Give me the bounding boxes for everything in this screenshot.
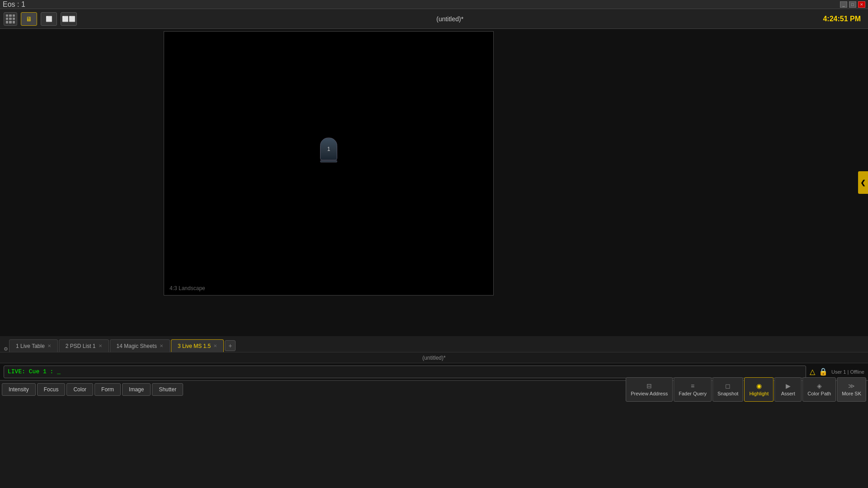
stage-label: 4:3 Landscape bbox=[170, 285, 205, 291]
snapshot-button[interactable]: ◻ Snapshot bbox=[712, 377, 743, 402]
status-title: (untitled)* bbox=[422, 355, 445, 361]
close-button[interactable]: ✕ bbox=[858, 1, 865, 8]
tab-live-table-label: 1 Live Table bbox=[16, 343, 45, 349]
snapshot-label: Snapshot bbox=[717, 391, 738, 396]
preview-address-label: Preview Address bbox=[631, 391, 668, 396]
focus-button[interactable]: Focus bbox=[37, 383, 66, 396]
highlight-button[interactable]: ◉ Highlight bbox=[744, 377, 774, 402]
intensity-button[interactable]: Intensity bbox=[2, 383, 36, 396]
image-button[interactable]: Image bbox=[122, 383, 151, 396]
title-bar: Eos : 1 _ □ ✕ bbox=[0, 0, 868, 9]
tab-magic-sheets[interactable]: 14 Magic Sheets ✕ bbox=[110, 339, 170, 352]
preview-address-button[interactable]: ⊟ Preview Address bbox=[626, 377, 673, 402]
restore-button[interactable]: □ bbox=[849, 1, 856, 8]
color-path-button[interactable]: ◈ Color Path bbox=[802, 377, 836, 402]
assert-button[interactable]: ▶ Assert bbox=[774, 377, 802, 402]
status-bar: (untitled)* bbox=[0, 352, 868, 363]
layout-single-icon: ⬜ bbox=[46, 16, 52, 22]
fixture-number: 1 bbox=[327, 145, 330, 152]
highlight-label: Highlight bbox=[749, 391, 769, 396]
assert-icon: ▶ bbox=[786, 382, 791, 389]
stage-view: 1 4:3 Landscape bbox=[164, 31, 494, 296]
minimize-button[interactable]: _ bbox=[840, 1, 847, 8]
chevron-left-icon: ❮ bbox=[860, 179, 866, 186]
grid-menu-button[interactable] bbox=[4, 12, 17, 26]
fader-query-label: Fader Query bbox=[679, 391, 707, 396]
tab-live-ms-close[interactable]: ✕ bbox=[213, 343, 217, 348]
layout-split-icon: ⬜⬜ bbox=[62, 16, 75, 22]
assert-label: Assert bbox=[781, 391, 795, 396]
color-path-label: Color Path bbox=[807, 391, 831, 396]
monitor-button[interactable]: 🖥 bbox=[21, 12, 37, 26]
action-buttons-group: ⊟ Preview Address ≡ Fader Query ◻ Snapsh… bbox=[626, 377, 866, 402]
window-title: (untitled)* bbox=[80, 15, 819, 23]
app-title: Eos : 1 bbox=[3, 0, 25, 9]
tab-live-table-close[interactable]: ✕ bbox=[47, 343, 51, 348]
right-panel-toggle[interactable]: ❮ bbox=[858, 171, 868, 194]
fixture-base bbox=[320, 160, 337, 163]
more-sk-icon: ≫ bbox=[848, 382, 855, 389]
tab-psd-list-label: 2 PSD List 1 bbox=[66, 343, 96, 349]
user-status: User 1 | Offline bbox=[831, 369, 864, 375]
clock-display: 4:24:51 PM bbox=[823, 15, 861, 23]
color-button[interactable]: Color bbox=[66, 383, 93, 396]
tab-live-ms-label: 3 Live MS 1.5 bbox=[178, 343, 211, 349]
layout-split-button[interactable]: ⬜⬜ bbox=[61, 12, 77, 26]
tab-psd-list-close[interactable]: ✕ bbox=[99, 343, 102, 348]
bottom-toolbar: Intensity Focus Color Form Image Shutter… bbox=[0, 380, 868, 398]
fader-query-icon: ≡ bbox=[691, 382, 694, 389]
main-toolbar: 🖥 ⬜ ⬜⬜ (untitled)* 4:24:51 PM bbox=[0, 9, 868, 29]
lock-icon: 🔒 bbox=[819, 367, 828, 376]
layout-single-button[interactable]: ⬜ bbox=[41, 12, 57, 26]
highlight-icon: ◉ bbox=[756, 382, 762, 389]
color-path-icon: ◈ bbox=[817, 382, 822, 389]
tab-bar: ⚙ 1 Live Table ✕ 2 PSD List 1 ✕ 14 Magic… bbox=[0, 336, 868, 352]
monitor-icon: 🖥 bbox=[26, 15, 32, 23]
warning-icon: △ bbox=[810, 367, 815, 376]
fixture-body: 1 bbox=[320, 138, 337, 160]
form-button[interactable]: Form bbox=[94, 383, 121, 396]
add-tab-button[interactable]: + bbox=[225, 340, 236, 351]
more-sk-label: More SK bbox=[842, 391, 861, 396]
command-line-input[interactable]: LIVE: Cue 1 : _ bbox=[4, 366, 806, 378]
tab-magic-sheets-label: 14 Magic Sheets bbox=[117, 343, 157, 349]
window-controls: _ □ ✕ bbox=[840, 1, 865, 8]
tab-live-ms[interactable]: 3 Live MS 1.5 ✕ bbox=[171, 339, 224, 352]
fixture-1[interactable]: 1 bbox=[320, 138, 338, 163]
fader-query-button[interactable]: ≡ Fader Query bbox=[674, 377, 712, 402]
tab-live-table[interactable]: 1 Live Table ✕ bbox=[9, 339, 58, 352]
main-canvas-area: 1 4:3 Landscape ❮ bbox=[0, 29, 868, 336]
tab-psd-list[interactable]: 2 PSD List 1 ✕ bbox=[59, 339, 109, 352]
snapshot-icon: ◻ bbox=[725, 382, 731, 389]
shutter-button[interactable]: Shutter bbox=[152, 383, 183, 396]
tab-magic-sheets-close[interactable]: ✕ bbox=[160, 343, 163, 348]
more-sk-button[interactable]: ≫ More SK bbox=[837, 377, 866, 402]
preview-address-icon: ⊟ bbox=[646, 382, 652, 389]
tab-settings-icon[interactable]: ⚙ bbox=[4, 346, 8, 352]
